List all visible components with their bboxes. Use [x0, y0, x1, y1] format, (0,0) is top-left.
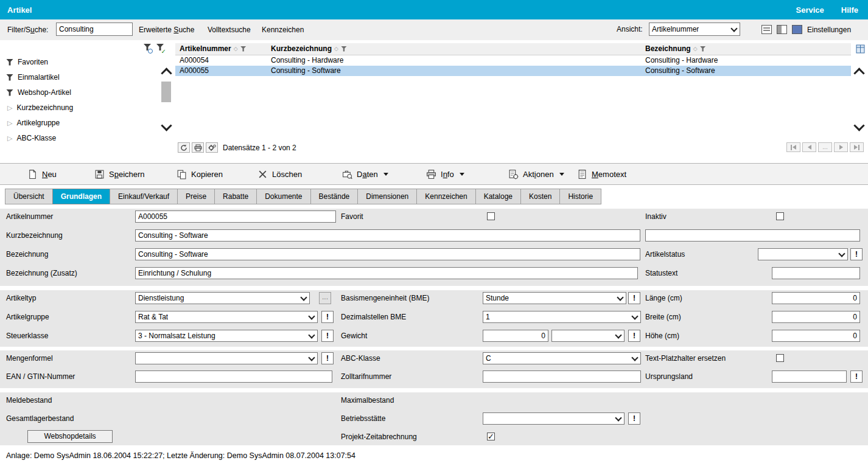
ursprungsland-field[interactable]: [772, 370, 847, 383]
ansicht-select[interactable]: Artikelnummer: [649, 23, 740, 36]
volltextsuche-link[interactable]: Volltextsuche: [208, 25, 251, 35]
tree-item-einmalartikel[interactable]: Einmalartikel: [6, 71, 60, 83]
artikelgruppe-select[interactable]: Rat & Tat: [135, 311, 318, 323]
action-toolbar: Neu Speichern Kopieren Löschen Daten Inf…: [0, 163, 868, 185]
grid-scroll-up[interactable]: [852, 66, 866, 78]
aktionen-button[interactable]: Aktionen: [508, 164, 564, 184]
tab-historie[interactable]: Historie: [559, 189, 601, 204]
menu-service[interactable]: Service: [796, 5, 824, 15]
grid-scroll-down[interactable]: [852, 120, 866, 133]
steuerklasse-detail-button[interactable]: !: [321, 330, 334, 342]
tree-item-abc-klasse[interactable]: ▷ABC-Klasse: [7, 132, 56, 144]
column-filter-icon[interactable]: [341, 46, 347, 52]
tab-kennzeichen[interactable]: Kennzeichen: [416, 189, 475, 204]
tree-item-webshop-artikel[interactable]: Webshop-Artikel: [6, 86, 71, 99]
info-button[interactable]: Info: [426, 164, 464, 184]
menu-hilfe[interactable]: Hilfe: [841, 5, 858, 15]
filter-search-input[interactable]: [56, 23, 133, 36]
refresh-button[interactable]: [178, 142, 190, 153]
print-button[interactable]: [192, 142, 204, 153]
prev-page-button[interactable]: [802, 142, 816, 152]
tab-dokumente[interactable]: Dokumente: [256, 189, 310, 204]
artikelstatus-select[interactable]: [758, 248, 848, 260]
betriebsstaette-detail-button[interactable]: !: [628, 412, 640, 425]
column-header-kurzbezeichnung[interactable]: Kurzbezeichnung◇: [271, 44, 347, 53]
text-platzhalter-checkbox[interactable]: [776, 354, 784, 362]
zolltarifnummer-field[interactable]: [483, 370, 641, 383]
daten-button[interactable]: Daten: [342, 164, 388, 184]
erweiterte-suche-link[interactable]: Erweiterte Suche: [139, 25, 194, 35]
column-filter-icon[interactable]: [240, 46, 247, 52]
tab-kosten[interactable]: Kosten: [520, 189, 560, 204]
kennzeichen-link[interactable]: Kennzeichen: [262, 25, 304, 35]
bme-select[interactable]: Stunde: [483, 292, 626, 304]
column-filter-icon[interactable]: [700, 46, 706, 52]
table-row[interactable]: A000055 Consulting - Software Consulting…: [175, 66, 851, 76]
mengenformel-label: Mengenformel: [6, 352, 53, 364]
tab-einkauf-verkauf[interactable]: Einkauf/Verkauf: [110, 189, 178, 204]
table-row[interactable]: A000054 Consulting - Hardware Consulting…: [175, 55, 851, 66]
artikeltyp-more-button[interactable]: ...: [319, 292, 331, 304]
filter-check-icon[interactable]: ✓: [156, 44, 164, 52]
webshopdetails-button[interactable]: Webshopdetails: [27, 430, 113, 443]
steuerklasse-select[interactable]: 3 - Normalsatz Leistung: [135, 330, 318, 342]
tab-bestaende[interactable]: Bestände: [310, 189, 359, 204]
bezeichnung-field[interactable]: [135, 248, 640, 260]
ursprungsland-detail-button[interactable]: !: [850, 370, 863, 383]
kurzbezeichnung2-field[interactable]: [645, 229, 860, 242]
kurzbezeichnung-field[interactable]: [135, 229, 640, 242]
gewicht-einheit-select[interactable]: [551, 330, 625, 342]
tab-dimensionen[interactable]: Dimensionen: [357, 189, 417, 204]
next-page-button[interactable]: [834, 142, 848, 152]
ean-field[interactable]: [135, 370, 332, 383]
speichern-button[interactable]: Speichern: [94, 164, 145, 184]
laenge-field[interactable]: [772, 292, 860, 304]
statustext-field[interactable]: [772, 267, 860, 279]
gewicht-detail-button[interactable]: !: [628, 330, 640, 342]
gewicht-field[interactable]: [483, 330, 548, 342]
hoehe-field[interactable]: [772, 330, 860, 342]
tab-grundlagen[interactable]: Grundlagen: [52, 189, 110, 204]
abc-klasse-select[interactable]: C: [483, 352, 641, 364]
bme-detail-button[interactable]: !: [628, 292, 640, 304]
column-header-bezeichnung[interactable]: Bezeichnung◇: [645, 44, 706, 53]
more-pages-button[interactable]: ...: [818, 142, 832, 152]
einstellungen-link[interactable]: Einstellungen: [807, 25, 851, 35]
tree-scroll-thumb[interactable]: [161, 82, 171, 102]
betriebsstaette-select[interactable]: [483, 412, 625, 425]
view-detail-icon[interactable]: [792, 25, 802, 34]
memotext-button[interactable]: Memotext: [577, 164, 626, 184]
kopieren-button[interactable]: Kopieren: [177, 164, 223, 184]
last-page-button[interactable]: [850, 142, 864, 152]
mengenformel-select[interactable]: [135, 352, 318, 364]
tab-uebersicht[interactable]: Übersicht: [5, 189, 53, 204]
column-header-artikelnummer[interactable]: Artikelnummer◇: [180, 44, 247, 53]
neu-button[interactable]: Neu: [27, 164, 57, 184]
tree-scroll-up[interactable]: [159, 66, 173, 78]
tree-item-artikelgruppe[interactable]: ▷Artikelgruppe: [7, 117, 60, 129]
tab-rabatte[interactable]: Rabatte: [214, 189, 257, 204]
column-config-icon[interactable]: [856, 44, 865, 54]
filter-search-icon[interactable]: [144, 44, 151, 52]
artikelnummer-field[interactable]: [135, 210, 336, 223]
tab-kataloge[interactable]: Kataloge: [475, 189, 521, 204]
favorit-checkbox[interactable]: [487, 212, 495, 220]
view-list-icon[interactable]: [761, 25, 772, 34]
breite-field[interactable]: [772, 311, 860, 323]
projekt-zeitabrechnung-checkbox[interactable]: [487, 433, 495, 440]
tree-item-kurzbezeichnung[interactable]: ▷Kurzbezeichnung: [7, 102, 73, 114]
artikeltyp-select[interactable]: Dienstleistung: [135, 292, 310, 304]
dezimalstellen-bme-select[interactable]: 1: [483, 311, 641, 323]
first-page-button[interactable]: [786, 142, 800, 152]
loeschen-button[interactable]: Löschen: [257, 164, 302, 184]
inaktiv-checkbox[interactable]: [776, 212, 784, 220]
tab-preise[interactable]: Preise: [177, 189, 215, 204]
grid-settings-button[interactable]: [206, 142, 218, 153]
bezeichnung-zusatz-field[interactable]: [135, 267, 638, 279]
tree-item-favoriten[interactable]: Favoriten: [6, 56, 48, 68]
tree-scroll-down[interactable]: [159, 120, 173, 133]
view-split-icon[interactable]: [777, 25, 787, 34]
artikelstatus-detail-button[interactable]: !: [850, 248, 863, 260]
mengenformel-detail-button[interactable]: !: [321, 352, 334, 364]
artikelgruppe-detail-button[interactable]: !: [321, 311, 334, 323]
